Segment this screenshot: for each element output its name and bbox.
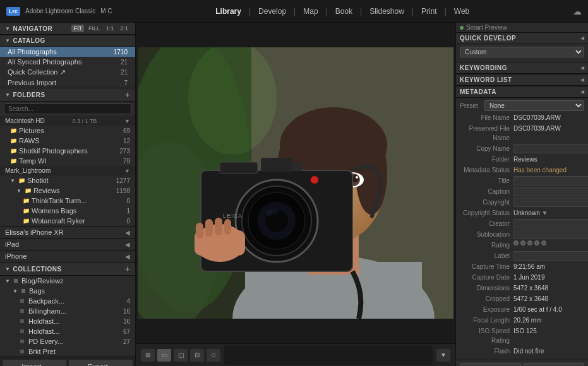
- meta-capdate-value: 1 Jun 2019: [513, 273, 584, 282]
- rating-dot-5[interactable]: [541, 240, 546, 245]
- catalog-synced[interactable]: All Synced Photographs 21: [0, 57, 135, 67]
- folder-reviews[interactable]: ▼ 📁 Reviews 1198: [0, 186, 135, 196]
- folder-shotkit-photog-icon: 📁: [10, 148, 17, 154]
- folder-shotkit-photog[interactable]: 📁 Shotkif Photographers 273: [0, 146, 135, 156]
- coll-bags[interactable]: ▼ Bags: [0, 286, 135, 296]
- qd-preset-select[interactable]: Custom: [460, 47, 584, 57]
- quick-develop-header[interactable]: Quick Develop ◀: [456, 32, 588, 44]
- meta-rating-label: Rating: [460, 240, 513, 250]
- filmstrip-view-controls: ⊞ ▭ ◫ ⊟ ☺: [141, 349, 220, 362]
- nav-library[interactable]: Library: [209, 4, 248, 18]
- folder-pictures[interactable]: 📁 Pictures 69: [0, 126, 135, 136]
- rating-dot-2[interactable]: [520, 240, 525, 245]
- nav-2to1[interactable]: 2:1: [118, 25, 130, 32]
- export-button[interactable]: Export...: [69, 360, 133, 366]
- meta-label-input[interactable]: [513, 251, 588, 261]
- meta-filename-label: File Name: [460, 113, 513, 122]
- folder-temp-wi[interactable]: 📁 Temp WI 79: [0, 156, 135, 166]
- view-grid-button[interactable]: ⊞: [141, 349, 155, 362]
- import-button[interactable]: Import...: [3, 360, 66, 366]
- folder-shotkit-photog-label: Shotkif Photographers: [19, 147, 117, 155]
- coll-brkt[interactable]: Brkt Pret: [0, 346, 135, 357]
- meta-crop-value: 5472 x 3648: [513, 294, 584, 304]
- metadata-header[interactable]: Metadata ◀: [456, 86, 588, 98]
- catalog-previous-import[interactable]: Previous Import 7: [0, 78, 135, 88]
- folder-womens-bags[interactable]: 📁 Womens Bags 1: [0, 206, 135, 216]
- coll-backpack[interactable]: Backpack... 4: [0, 296, 135, 306]
- meta-preset-select[interactable]: None: [484, 100, 584, 111]
- drive-macintosh[interactable]: Macintosh HD 0.3 / 1 TB ▼: [0, 116, 135, 126]
- device-ipad[interactable]: iPad ◀: [0, 238, 135, 250]
- nav-1to1[interactable]: 1:1: [104, 25, 116, 32]
- drive-mark[interactable]: Mark_Lightroom ▼: [0, 166, 135, 175]
- catalog-quick-collection[interactable]: Quick Collection ↗ 21: [0, 67, 135, 78]
- device-iphone-xr[interactable]: Elissa's iPhone XR ◀: [0, 226, 135, 238]
- meta-flash-row: Flash Did not fire: [460, 346, 584, 356]
- rating-dot-3[interactable]: [527, 240, 532, 245]
- catalog-header[interactable]: ▼ Catalog: [0, 35, 135, 47]
- folder-shotkit[interactable]: ▼ 📁 Shotkit 1277: [0, 175, 135, 186]
- device-ipad-label: iPad: [5, 240, 19, 248]
- sync-button[interactable]: Sync: [460, 363, 521, 366]
- collections-add[interactable]: +: [125, 264, 130, 273]
- meta-copyright-input[interactable]: [513, 198, 588, 207]
- device-iphone[interactable]: iPhone ◀: [0, 250, 135, 262]
- nav-fit[interactable]: FIT: [71, 25, 84, 32]
- nav-map[interactable]: Map: [297, 4, 324, 18]
- coll-bags-label: Bags: [29, 287, 130, 295]
- coll-holdfast1[interactable]: Holdfast... 36: [0, 316, 135, 326]
- meta-copyname-input[interactable]: [513, 144, 588, 153]
- view-people-button[interactable]: ☺: [207, 349, 220, 362]
- coll-pd-every[interactable]: PD Every... 27: [0, 336, 135, 346]
- nav-web[interactable]: Web: [448, 4, 476, 18]
- meta-creator-input[interactable]: [513, 219, 588, 228]
- rating-dot-1[interactable]: [513, 240, 519, 245]
- filmstrip-arrow-button[interactable]: ▼: [436, 349, 450, 362]
- collections-header[interactable]: ▼ Collections +: [0, 262, 135, 276]
- sync-settings-button[interactable]: Sync Settings: [524, 363, 585, 366]
- folders-add[interactable]: +: [125, 90, 130, 99]
- keywording-header[interactable]: Keywording ◀: [456, 62, 588, 74]
- photo-main: LEICA: [136, 23, 455, 343]
- main-nav: Library | Develop | Map | Book | Slidesh…: [209, 4, 476, 18]
- view-survey-button[interactable]: ⊟: [190, 349, 204, 362]
- svg-point-21: [356, 133, 387, 215]
- coll-billingham[interactable]: Billingham... 16: [0, 306, 135, 316]
- meta-folder-value: Reviews: [513, 155, 584, 164]
- coll-blog-reviewz[interactable]: ▼ Blog/Reviewz: [0, 276, 135, 286]
- folder-search-container: [0, 102, 135, 116]
- folder-raws-label: RAWS: [19, 137, 121, 145]
- meta-sublocation-input[interactable]: [513, 230, 588, 239]
- navigator-header[interactable]: ▼ Navigator FIT FILL 1:1 2:1: [0, 23, 135, 35]
- folder-thinktank[interactable]: 📁 ThinkTank Turm... 0: [0, 196, 135, 206]
- folder-wotancraft[interactable]: 📁 Wotancraft Ryker 0: [0, 216, 135, 226]
- nav-develop[interactable]: Develop: [252, 4, 292, 18]
- meta-preserved-value: DSC07039.ARW: [513, 124, 584, 133]
- folder-shotkit-label: Shotkit: [27, 177, 114, 184]
- meta-caption-input[interactable]: [513, 187, 588, 196]
- smart-preview-dot: [460, 26, 464, 30]
- left-panel-bottom: Import... Export...: [0, 357, 135, 366]
- catalog-all-photos[interactable]: All Photographs 1710: [0, 47, 135, 57]
- meta-copyright-status-value: Unknown ▼: [513, 208, 584, 218]
- nav-fill[interactable]: FILL: [87, 25, 102, 32]
- coll-holdfast1-label: Holdfast...: [28, 317, 121, 325]
- svg-point-38: [311, 176, 318, 184]
- folder-temp-wi-icon: 📁: [10, 158, 17, 164]
- coll-holdfast2[interactable]: Holdfast... 67: [0, 326, 135, 336]
- folder-pictures-icon: 📁: [10, 127, 17, 134]
- view-loupe-button[interactable]: ▭: [157, 349, 171, 362]
- nav-slideshow[interactable]: Slideshow: [363, 4, 411, 18]
- svg-rect-44: [224, 219, 231, 235]
- keyword-list-header[interactable]: Keyword List ◀: [456, 74, 588, 86]
- view-compare-button[interactable]: ◫: [174, 349, 188, 362]
- folders-header[interactable]: ▼ Folders +: [0, 88, 135, 102]
- folder-raws[interactable]: 📁 RAWS 12: [0, 136, 135, 146]
- folder-search-input[interactable]: [4, 103, 131, 114]
- nav-book[interactable]: Book: [329, 4, 359, 18]
- meta-title-input[interactable]: [513, 176, 588, 186]
- rating-dot-4[interactable]: [534, 240, 539, 245]
- metadata-arrow: ◀: [580, 89, 584, 95]
- sync-bar: Sync Sync Settings: [456, 360, 588, 366]
- nav-print[interactable]: Print: [415, 4, 443, 18]
